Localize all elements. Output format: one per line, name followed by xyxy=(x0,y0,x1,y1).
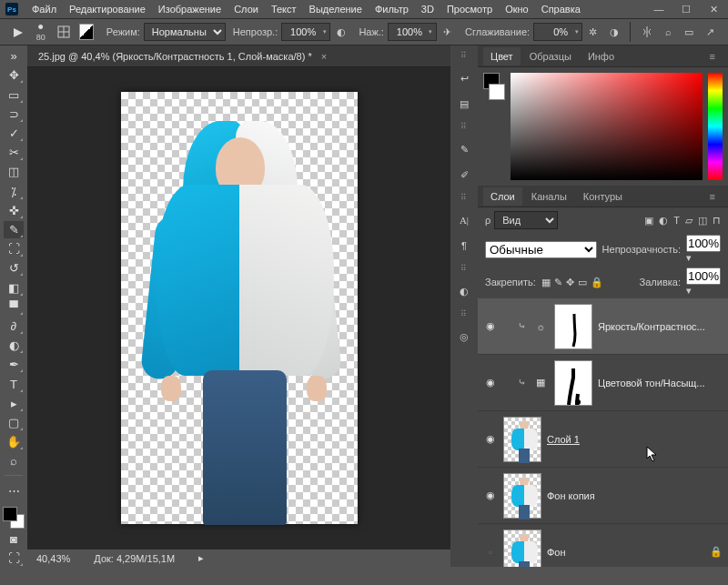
color-swatch-pair[interactable] xyxy=(483,73,505,180)
zoom-tool[interactable]: ⌕ xyxy=(4,452,24,469)
menu-file[interactable]: Файл xyxy=(25,1,63,17)
lock-artboard-icon[interactable]: ▭ xyxy=(578,277,587,288)
brush-settings-panel-icon[interactable]: ✐ xyxy=(455,166,473,184)
canvas-viewport[interactable] xyxy=(27,67,450,549)
character-panel-icon[interactable]: A| xyxy=(455,211,473,229)
panel-grip[interactable]: ⠿ xyxy=(460,51,468,60)
layer-name[interactable]: Фон копия xyxy=(547,490,723,501)
tab-channels[interactable]: Каналы xyxy=(524,187,574,206)
properties-panel-icon[interactable]: ▤ xyxy=(455,95,473,113)
smoothing-dropdown[interactable]: ▾ xyxy=(571,23,582,41)
layer-mask-thumb[interactable] xyxy=(554,360,592,406)
color-panel-menu-icon[interactable]: ≡ xyxy=(703,47,723,66)
filter-type-icon[interactable]: T xyxy=(673,215,680,227)
hue-slider[interactable] xyxy=(708,73,723,180)
layer-row-fon[interactable]: ▫ Фон 🔒 xyxy=(478,524,728,567)
doc-size-info[interactable]: Док: 4,29M/15,1M xyxy=(94,553,175,564)
foreground-background-colors[interactable] xyxy=(3,507,25,528)
layer-opacity-input[interactable] xyxy=(686,235,721,252)
window-close-button[interactable]: ✕ xyxy=(704,4,723,15)
menu-filter[interactable]: Фильтр xyxy=(369,1,415,17)
layer-thumb[interactable] xyxy=(503,473,541,519)
edit-toolbar-icon[interactable]: ⋯ xyxy=(4,482,24,499)
frame-tool[interactable]: ◫ xyxy=(4,163,24,180)
menu-select[interactable]: Выделение xyxy=(303,1,369,17)
color-field[interactable] xyxy=(511,73,703,180)
flow-input[interactable] xyxy=(388,23,426,41)
layer-fill-dropdown[interactable]: ▾ xyxy=(686,285,721,297)
layer-blend-select[interactable]: Обычные xyxy=(485,241,597,258)
canvas[interactable] xyxy=(121,92,358,524)
window-maximize-button[interactable]: ☐ xyxy=(677,4,695,15)
flow-dropdown[interactable]: ▾ xyxy=(426,23,437,41)
layer-name[interactable]: Яркость/Контрастнос... xyxy=(598,321,723,332)
tab-paths[interactable]: Контуры xyxy=(576,187,630,206)
layer-opacity-dropdown[interactable]: ▾ xyxy=(686,252,721,264)
window-minimize-button[interactable]: — xyxy=(650,4,668,15)
search-icon[interactable]: ⌕ xyxy=(661,24,674,40)
menu-window[interactable]: Окно xyxy=(499,1,535,17)
panel-grip[interactable]: ⠿ xyxy=(460,264,468,273)
lock-position-icon[interactable]: ✥ xyxy=(566,277,574,288)
symmetry-icon[interactable] xyxy=(640,24,653,40)
libraries-panel-icon[interactable]: ◎ xyxy=(455,328,473,346)
layer-name[interactable]: Цветовой тон/Насыщ... xyxy=(598,378,723,388)
quick-select-tool[interactable]: ✓ xyxy=(4,125,24,142)
layer-fill-input[interactable] xyxy=(686,267,721,285)
brush-tool[interactable]: ✎ xyxy=(4,221,24,238)
gradient-tool[interactable]: ▀ xyxy=(4,298,24,316)
brush-settings-icon[interactable] xyxy=(56,24,70,40)
screen-mode-toggle[interactable]: ⛶ xyxy=(4,550,24,567)
tab-swatches[interactable]: Образцы xyxy=(522,47,579,66)
layer-row-brightness[interactable]: ◉ ⤷ ☼ Яркость/Контрастнос... xyxy=(478,298,728,355)
eyedropper-tool[interactable]: ⁒ xyxy=(4,182,24,199)
quick-mask-toggle[interactable]: ◙ xyxy=(4,530,24,548)
tab-info[interactable]: Инфо xyxy=(581,47,622,66)
tab-color[interactable]: Цвет xyxy=(483,47,521,66)
workspace-switcher-icon[interactable]: ▭ xyxy=(682,24,696,40)
filter-smart-icon[interactable]: ◫ xyxy=(698,215,707,227)
panel-grip[interactable]: ⠿ xyxy=(460,309,468,318)
adjustments-panel-icon[interactable]: ◐ xyxy=(455,282,473,300)
layer-name[interactable]: Фон xyxy=(547,547,704,558)
blur-tool[interactable]: ∂ xyxy=(4,318,24,335)
layer-filter-kind[interactable]: Вид xyxy=(494,211,558,229)
layer-thumb[interactable] xyxy=(503,530,541,568)
pen-tool[interactable]: ✒ xyxy=(4,356,24,373)
layer-row-fonkopy[interactable]: ◉ Фон копия xyxy=(478,468,728,524)
filter-pixel-icon[interactable]: ▣ xyxy=(644,215,653,227)
layer-thumb[interactable] xyxy=(503,417,541,462)
hand-tool[interactable]: ✋ xyxy=(4,433,24,450)
pressure-opacity-icon[interactable]: ◐ xyxy=(334,24,348,40)
history-brush-tool[interactable]: ↺ xyxy=(4,259,24,277)
crop-tool[interactable]: ✂ xyxy=(4,144,24,161)
clone-stamp-tool[interactable]: ⛶ xyxy=(4,240,24,257)
type-tool[interactable]: T xyxy=(4,375,24,392)
smoothing-input[interactable] xyxy=(533,23,571,41)
airbrush-icon[interactable]: ✈ xyxy=(440,24,454,40)
lock-transparency-icon[interactable]: ▦ xyxy=(541,277,551,288)
zoom-percentage[interactable]: 40,43% xyxy=(36,553,70,564)
color-panel-bg-swatch[interactable] xyxy=(489,84,505,100)
visibility-toggle[interactable]: ◉ xyxy=(483,489,498,501)
layer-row-sloy1[interactable]: ◉ Слой 1 xyxy=(478,411,728,468)
tool-preset-picker[interactable] xyxy=(11,24,25,40)
spot-heal-tool[interactable]: ✜ xyxy=(4,202,24,219)
panel-grip[interactable]: ⠿ xyxy=(460,193,468,202)
layer-mask-thumb[interactable] xyxy=(554,304,592,349)
smoothing-gear-icon[interactable]: ✲ xyxy=(586,24,600,40)
visibility-toggle[interactable]: ◉ xyxy=(483,433,498,445)
visibility-toggle[interactable]: ▫ xyxy=(483,547,498,558)
brush-preview[interactable]: • 80 xyxy=(28,20,53,44)
tab-layers[interactable]: Слои xyxy=(483,187,522,206)
menu-layer[interactable]: Слои xyxy=(228,1,265,17)
filter-shape-icon[interactable]: ▱ xyxy=(685,215,693,227)
rectangle-tool[interactable]: ▢ xyxy=(4,414,24,431)
status-arrow-icon[interactable]: ▸ xyxy=(198,552,204,564)
brush-blend-swap-icon[interactable] xyxy=(79,24,93,40)
document-tab[interactable]: 25.jpg @ 40,4% (Яркость/Контрастность 1,… xyxy=(27,45,450,67)
filter-adjust-icon[interactable]: ◐ xyxy=(659,215,668,227)
menu-3d[interactable]: 3D xyxy=(415,1,440,17)
opacity-input[interactable] xyxy=(281,23,319,41)
history-panel-icon[interactable]: ↩ xyxy=(455,69,473,87)
